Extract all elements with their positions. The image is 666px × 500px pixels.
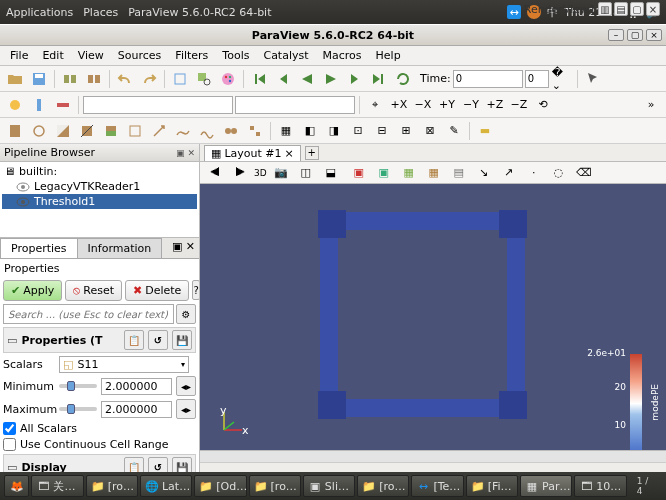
plus-y-icon[interactable]: +Y <box>436 94 458 116</box>
time-picker-icon[interactable]: � ⌄ <box>551 68 573 90</box>
ruler-icon[interactable]: ▬ <box>474 120 496 142</box>
section-copy-icon[interactable]: 📋 <box>124 457 144 472</box>
properties-search-input[interactable] <box>3 304 174 324</box>
slice-filter-icon[interactable] <box>76 120 98 142</box>
interactive-select-icon[interactable]: ✎ <box>443 120 465 142</box>
loop-icon[interactable] <box>392 68 414 90</box>
connect-icon[interactable] <box>59 68 81 90</box>
threshold-filter-icon[interactable] <box>100 120 122 142</box>
pipeline-root[interactable]: 🖥 builtin: <box>2 164 197 179</box>
show-center-icon[interactable]: ▦ <box>275 120 297 142</box>
task-firefox[interactable]: 🦊 <box>4 475 29 497</box>
minus-x-icon[interactable]: −X <box>412 94 434 116</box>
task-item-7[interactable]: 📁[ro… <box>357 475 409 497</box>
section-properties-header[interactable]: ▭ Properties (T 📋 ↺ 💾 <box>3 327 196 353</box>
hover-point-icon[interactable]: ◧ <box>299 120 321 142</box>
window-maximize-button[interactable]: ▢ <box>627 29 643 41</box>
visibility-eye-icon[interactable] <box>16 196 30 208</box>
teamviewer-tray-icon[interactable]: ↔ <box>507 5 521 19</box>
color-by-icon[interactable] <box>4 94 26 116</box>
task-item-6[interactable]: ▣Sli… <box>303 475 355 497</box>
delete-button[interactable]: ✖Delete <box>125 280 189 301</box>
task-item-paraview[interactable]: ▦Par… <box>520 475 572 497</box>
stream-tracer-filter-icon[interactable] <box>172 120 194 142</box>
minimum-stepper[interactable]: ◂▸ <box>176 376 196 396</box>
color-palette-icon[interactable] <box>217 68 239 90</box>
add-layout-button[interactable]: + <box>305 146 319 160</box>
pipeline-tree[interactable]: 🖥 builtin: LegacyVTKReader1 Threshold1 <box>0 162 199 238</box>
adjust-camera-icon[interactable]: 📷 <box>270 162 292 184</box>
select-points-on-icon[interactable]: ⊡ <box>347 120 369 142</box>
plus-z-icon[interactable]: +Z <box>484 94 506 116</box>
menu-filters[interactable]: Filters <box>169 47 214 64</box>
group-filter-icon[interactable] <box>220 120 242 142</box>
scalar-bar-icon[interactable] <box>28 94 50 116</box>
view-maximize-icon[interactable]: ▢ <box>630 2 644 16</box>
back-icon[interactable]: ⯇ <box>204 162 226 184</box>
apply-button[interactable]: ✔Apply <box>3 280 62 301</box>
minus-z-icon[interactable]: −Z <box>508 94 530 116</box>
menu-tools[interactable]: Tools <box>216 47 255 64</box>
extract-icon[interactable] <box>169 68 191 90</box>
pipeline-item-legacyvtkreader1[interactable]: LegacyVTKReader1 <box>2 179 197 194</box>
menu-macros[interactable]: Macros <box>317 47 368 64</box>
visibility-eye-icon[interactable] <box>16 181 30 193</box>
render-interactive-select-cells-icon[interactable]: ↗ <box>498 162 520 184</box>
task-item-2[interactable]: 📁[ro… <box>86 475 138 497</box>
redo-icon[interactable] <box>138 68 160 90</box>
section-save-icon[interactable]: 💾 <box>172 330 192 350</box>
view-split-h-icon[interactable]: ▥ <box>598 2 612 16</box>
render-hover-cells-icon[interactable]: ◌ <box>548 162 570 184</box>
play-back-icon[interactable] <box>296 68 318 90</box>
render-hover-points-icon[interactable]: · <box>523 162 545 184</box>
close-tab-icon[interactable]: × <box>285 147 294 160</box>
render-viewport[interactable]: 2.6e+01 20 10 0e+00 modePE x y <box>200 184 666 450</box>
last-frame-icon[interactable] <box>368 68 390 90</box>
undo-icon[interactable] <box>114 68 136 90</box>
gnome-places[interactable]: Places <box>83 6 118 19</box>
plus-x-icon[interactable]: +X <box>388 94 410 116</box>
reset-button[interactable]: ⦸Reset <box>65 280 122 301</box>
render-select-block-icon[interactable]: ▤ <box>448 162 470 184</box>
render-select-frustum-cells-icon[interactable]: ▦ <box>423 162 445 184</box>
horizontal-scrollbar[interactable] <box>200 450 666 462</box>
task-item-8[interactable]: ↔[Te… <box>411 475 463 497</box>
advanced-toggle-icon[interactable]: ⚙ <box>176 304 196 324</box>
workspace-pager[interactable]: 1 / 4 <box>631 476 662 496</box>
section-copy-icon[interactable]: 📋 <box>124 330 144 350</box>
maximum-input[interactable] <box>101 401 172 418</box>
render-select-surface-points-icon[interactable]: ▣ <box>348 162 370 184</box>
section-reset-icon[interactable]: ↺ <box>148 457 168 472</box>
edit-colormap-icon[interactable] <box>52 94 74 116</box>
task-item-3[interactable]: 🌐Lat… <box>140 475 192 497</box>
render-select-surface-cells-icon[interactable]: ▣ <box>373 162 395 184</box>
step-back-icon[interactable] <box>272 68 294 90</box>
forward-icon[interactable]: ⯈ <box>229 162 251 184</box>
tab-properties[interactable]: Properties <box>0 238 78 258</box>
pipeline-browser-undock-icon[interactable]: ▣ ✕ <box>176 148 195 158</box>
gnome-active-app[interactable]: ParaView 5.6.0-RC2 64-bit <box>128 6 271 19</box>
warp-filter-icon[interactable] <box>196 120 218 142</box>
representation-selector[interactable] <box>235 96 355 114</box>
array-selector[interactable] <box>83 96 233 114</box>
task-item-11[interactable]: 🗔10… <box>574 475 626 497</box>
task-item-5[interactable]: 📁[ro… <box>249 475 301 497</box>
calculator-filter-icon[interactable] <box>4 120 26 142</box>
pipeline-item-threshold1[interactable]: Threshold1 <box>2 194 197 209</box>
tab-information[interactable]: Information <box>77 238 163 258</box>
extract-subset-filter-icon[interactable] <box>124 120 146 142</box>
split-horizontal-icon[interactable]: ◫ <box>295 162 317 184</box>
contour-filter-icon[interactable] <box>28 120 50 142</box>
maximum-slider[interactable] <box>59 407 97 411</box>
step-forward-icon[interactable] <box>344 68 366 90</box>
disconnect-icon[interactable] <box>83 68 105 90</box>
first-frame-icon[interactable] <box>248 68 270 90</box>
scalars-combo[interactable]: ◱ S11 ▾ <box>59 356 189 373</box>
all-scalars-checkbox[interactable]: All Scalars <box>3 422 196 435</box>
toolbar-overflow-icon[interactable]: » <box>640 94 662 116</box>
task-item-1[interactable]: 🗔关… <box>31 475 83 497</box>
select-cells-through-icon[interactable]: ⊠ <box>419 120 441 142</box>
render-clear-selection-icon[interactable]: ⌫ <box>573 162 595 184</box>
gnome-applications[interactable]: Applications <box>6 6 73 19</box>
layout-tab-1[interactable]: ▦ Layout #1 × <box>204 145 301 161</box>
